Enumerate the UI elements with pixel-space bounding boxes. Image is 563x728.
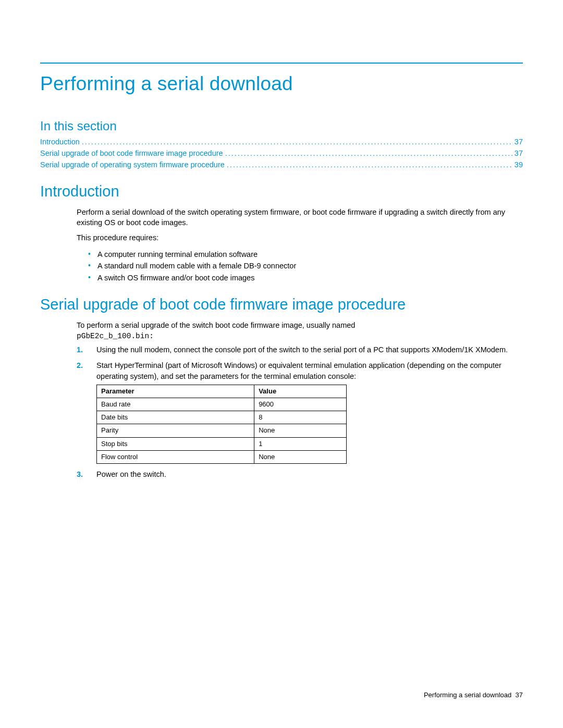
page-footer: Performing a serial download 37 (424, 691, 523, 699)
procedure-filename: pGbE2c_b_100.bin: (77, 332, 523, 340)
procedure-body: To perform a serial upgrade of the switc… (40, 320, 523, 479)
footer-page-number: 37 (516, 691, 523, 699)
table-header: Parameter (97, 385, 254, 398)
toc-row[interactable]: Introduction 37 (40, 137, 523, 148)
toc-label: Introduction (40, 137, 80, 148)
intro-paragraph: Perform a serial download of the switch … (77, 207, 523, 228)
step-text: Start HyperTerminal (part of Microsoft W… (96, 361, 501, 380)
table-row: Date bits 8 (97, 411, 347, 424)
introduction-heading: Introduction (40, 183, 523, 200)
title-rule (40, 63, 523, 64)
toc-page: 39 (515, 159, 523, 171)
table-row: Stop bits 1 (97, 437, 347, 450)
page-title: Performing a serial download (40, 73, 523, 95)
toc-leader (227, 159, 512, 171)
list-item: A computer running terminal emulation so… (88, 249, 523, 260)
introduction-body: Perform a serial download of the switch … (40, 207, 523, 283)
table-cell: Date bits (97, 411, 254, 424)
table-cell: Baud rate (97, 398, 254, 411)
step-item: Using the null modem, connect the consol… (77, 344, 523, 355)
table-cell: Parity (97, 424, 254, 437)
in-this-section-heading: In this section (40, 119, 523, 133)
table-row: Flow control None (97, 450, 347, 463)
table-header: Value (254, 385, 347, 398)
procedure-lead: To perform a serial upgrade of the switc… (77, 320, 523, 331)
requirements-list: A computer running terminal emulation so… (77, 249, 523, 283)
table-cell: 1 (254, 437, 347, 450)
toc-row[interactable]: Serial upgrade of operating system firmw… (40, 159, 523, 171)
toc-label: Serial upgrade of operating system firmw… (40, 159, 225, 171)
parameters-table: Parameter Value Baud rate 9600 Date bits… (96, 385, 347, 464)
toc-row[interactable]: Serial upgrade of boot code firmware ima… (40, 148, 523, 159)
step-item: Start HyperTerminal (part of Microsoft W… (77, 360, 523, 464)
procedure-steps: Using the null modem, connect the consol… (77, 344, 523, 479)
toc-leader (82, 137, 512, 148)
table-row: Baud rate 9600 (97, 398, 347, 411)
intro-requires: This procedure requires: (77, 233, 523, 243)
table-cell: None (254, 424, 347, 437)
list-item: A switch OS firmware and/or boot code im… (88, 272, 523, 283)
list-item: A standard null modem cable with a femal… (88, 260, 523, 272)
toc-page: 37 (515, 137, 523, 148)
table-cell: None (254, 450, 347, 463)
table-cell: 9600 (254, 398, 347, 411)
table-header-row: Parameter Value (97, 385, 347, 398)
table-cell: Flow control (97, 450, 254, 463)
document-page: Performing a serial download In this sec… (0, 0, 563, 728)
table-cell: 8 (254, 411, 347, 424)
toc-leader (225, 148, 512, 159)
toc-label: Serial upgrade of boot code firmware ima… (40, 148, 223, 159)
table-cell: Stop bits (97, 437, 254, 450)
step-item: Power on the switch. (77, 469, 523, 479)
table-row: Parity None (97, 424, 347, 437)
footer-text: Performing a serial download (424, 691, 511, 699)
toc-page: 37 (515, 148, 523, 159)
procedure-heading: Serial upgrade of boot code firmware ima… (40, 296, 523, 313)
